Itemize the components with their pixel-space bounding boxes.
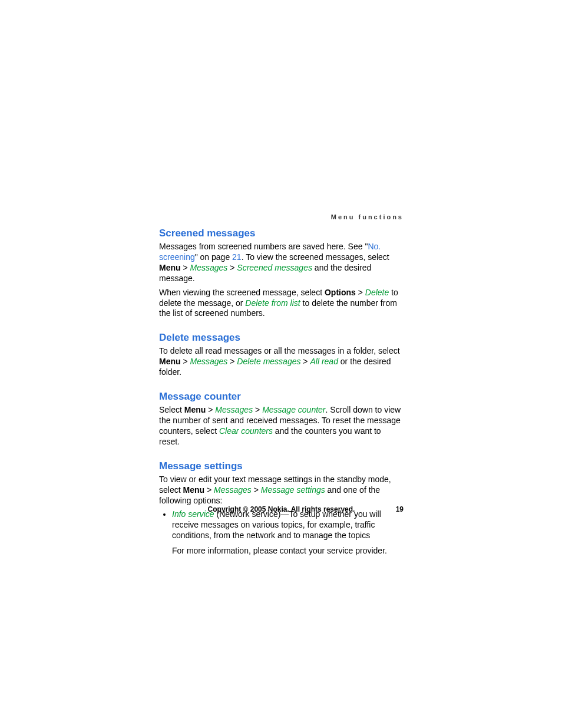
settings-options-list: Info service (Network service)—To setup … xyxy=(159,509,404,556)
ui-all-read: All read xyxy=(310,357,338,366)
ui-menu: Menu xyxy=(184,405,206,414)
ui-messages: Messages xyxy=(215,405,253,414)
screened-paragraph-2: When viewing the screened message, selec… xyxy=(159,288,404,319)
heading-message-settings: Message settings xyxy=(159,460,404,472)
ui-delete-messages: Delete messages xyxy=(237,357,300,366)
counter-paragraph-1: Select Menu > Messages > Message counter… xyxy=(159,405,404,447)
ui-message-settings: Message settings xyxy=(261,485,325,495)
link-page-21[interactable]: 21 xyxy=(232,252,242,262)
heading-message-counter: Message counter xyxy=(159,391,404,403)
list-item: Info service (Network service)—To setup … xyxy=(172,509,404,556)
copyright-text: Copyright © 2005 Nokia. All rights reser… xyxy=(159,505,404,513)
heading-screened-messages: Screened messages xyxy=(159,228,404,239)
ui-messages: Messages xyxy=(190,263,228,272)
ui-delete: Delete xyxy=(365,288,389,297)
delete-paragraph-1: To delete all read messages or all the m… xyxy=(159,346,404,378)
running-header: Menu functions xyxy=(159,213,404,220)
ui-menu: Menu xyxy=(159,357,181,366)
ui-menu: Menu xyxy=(159,263,181,272)
page-number: 19 xyxy=(396,505,404,513)
ui-menu: Menu xyxy=(183,485,204,495)
screened-paragraph-1: Messages from screened numbers are saved… xyxy=(159,242,404,284)
list-item-sub: For more information, please contact you… xyxy=(172,546,404,556)
ui-clear-counters: Clear counters xyxy=(219,426,273,436)
ui-delete-from-list: Delete from list xyxy=(245,298,300,308)
ui-screened-messages: Screened messages xyxy=(237,263,312,272)
ui-options: Options xyxy=(325,288,356,297)
page-footer: Copyright © 2005 Nokia. All rights reser… xyxy=(159,505,404,513)
settings-paragraph-1: To view or edit your text message settin… xyxy=(159,475,404,506)
heading-delete-messages: Delete messages xyxy=(159,332,404,344)
ui-message-counter: Message counter xyxy=(262,405,325,414)
ui-messages: Messages xyxy=(214,485,252,495)
ui-messages: Messages xyxy=(190,357,228,366)
